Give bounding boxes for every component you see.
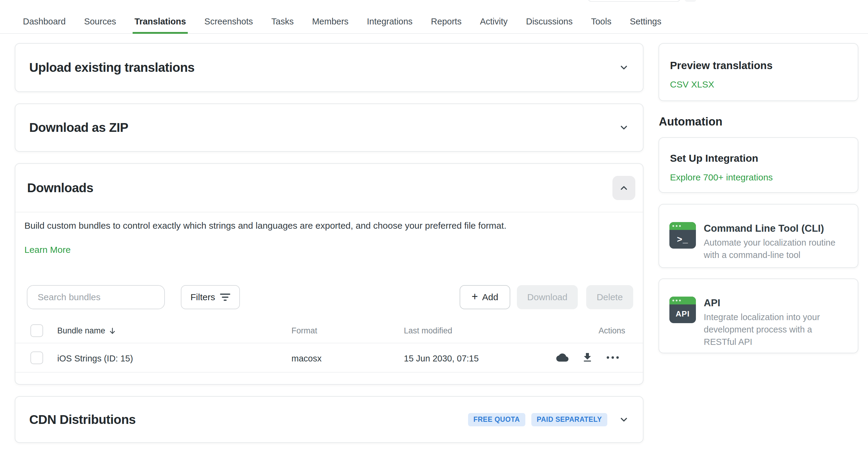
api-icon: API <box>670 296 696 323</box>
filter-lines-icon <box>220 293 230 301</box>
tab-settings[interactable]: Settings <box>628 0 663 34</box>
terminal-icon: >_ <box>670 222 696 249</box>
preview-translations-title: Preview translations <box>670 59 772 71</box>
chevron-down-icon[interactable] <box>619 414 629 425</box>
upload-translations-title: Upload existing translations <box>29 60 194 75</box>
downloads-card: Downloads Build custom bundles to contro… <box>15 163 644 385</box>
chevron-down-icon[interactable] <box>619 122 629 133</box>
cli-description: Automate your localization routine with … <box>704 236 845 261</box>
plus-icon: + <box>472 291 478 302</box>
bundle-name-header-label: Bundle name <box>57 326 105 336</box>
last-modified-cell: 15 Jun 2030, 07:15 <box>404 353 478 364</box>
download-zip-card[interactable]: Download as ZIP <box>15 104 644 152</box>
filters-button[interactable]: Filters <box>181 285 240 309</box>
bundle-name-cell[interactable]: iOS Strings (ID: 15) <box>57 353 133 364</box>
tab-sources[interactable]: Sources <box>82 0 118 34</box>
cli-card[interactable]: >_ Command Line Tool (CLI) Automate your… <box>658 204 858 268</box>
column-header-actions: Actions <box>598 326 625 336</box>
ellipsis-icon <box>607 356 619 359</box>
preview-csv-link[interactable]: CSV <box>670 79 689 90</box>
automation-heading: Automation <box>659 115 722 128</box>
more-actions-icon[interactable] <box>606 351 619 364</box>
tab-members[interactable]: Members <box>310 0 350 34</box>
upload-translations-card[interactable]: Upload existing translations <box>15 43 644 92</box>
terminal-prompt-glyph: >_ <box>670 230 696 249</box>
tab-tasks[interactable]: Tasks <box>270 0 296 34</box>
chevron-down-icon[interactable] <box>619 62 629 73</box>
tab-tools[interactable]: Tools <box>589 0 613 34</box>
divider <box>16 343 643 343</box>
tab-activity[interactable]: Activity <box>478 0 509 34</box>
download-zip-title: Download as ZIP <box>29 120 128 135</box>
cdn-distributions-card[interactable]: CDN Distributions FREE QUOTA PAID SEPARA… <box>15 396 644 443</box>
tab-screenshots[interactable]: Screenshots <box>203 0 255 34</box>
free-quota-badge: FREE QUOTA <box>468 413 525 426</box>
search-bundles-input[interactable] <box>27 285 165 309</box>
api-title: API <box>704 297 720 309</box>
add-bundle-button[interactable]: + Add <box>460 285 510 309</box>
setup-integration-title: Set Up Integration <box>670 152 758 164</box>
toolbar-button-cutoff <box>685 0 696 2</box>
tab-translations[interactable]: Translations <box>133 0 188 34</box>
tab-reports[interactable]: Reports <box>429 0 464 34</box>
collapse-button[interactable] <box>613 176 635 200</box>
cdn-distributions-title: CDN Distributions <box>29 412 135 427</box>
top-nav: Dashboard Sources Translations Screensho… <box>0 0 868 34</box>
filters-label: Filters <box>190 292 215 302</box>
add-label: Add <box>482 292 498 302</box>
cli-title: Command Line Tool (CLI) <box>704 223 824 234</box>
select-all-checkbox[interactable] <box>30 324 43 337</box>
preview-translations-card: Preview translations CSV XLSX <box>658 43 858 101</box>
learn-more-link[interactable]: Learn More <box>24 245 70 255</box>
paid-separately-badge: PAID SEPARATELY <box>531 413 607 426</box>
row-checkbox[interactable] <box>30 351 43 364</box>
downloads-description: Build custom bundles to control exactly … <box>24 221 621 231</box>
divider <box>16 212 643 212</box>
sort-descending-icon[interactable] <box>108 327 117 335</box>
download-row-icon[interactable] <box>581 351 594 364</box>
api-card[interactable]: API API Integrate localization into your… <box>658 279 858 353</box>
translations-page: Dashboard Sources Translations Screensho… <box>0 0 868 458</box>
setup-integration-card: Set Up Integration Explore 700+ integrat… <box>658 137 858 193</box>
cloud-export-icon[interactable] <box>556 351 569 364</box>
api-glyph: API <box>670 305 696 323</box>
downloads-title: Downloads <box>27 181 93 195</box>
tab-discussions[interactable]: Discussions <box>524 0 575 34</box>
divider <box>16 372 643 373</box>
delete-button[interactable]: Delete <box>586 285 633 309</box>
download-button[interactable]: Download <box>517 285 578 309</box>
column-header-bundle-name[interactable]: Bundle name <box>57 326 117 336</box>
chevron-up-icon <box>619 183 629 193</box>
explore-integrations-link[interactable]: Explore 700+ integrations <box>670 172 773 182</box>
tab-dashboard[interactable]: Dashboard <box>21 0 67 34</box>
tab-integrations[interactable]: Integrations <box>365 0 414 34</box>
column-header-last-modified: Last modified <box>404 326 453 336</box>
api-description: Integrate localization into your develop… <box>704 311 845 348</box>
column-header-format: Format <box>291 326 317 336</box>
format-cell: macosx <box>291 353 321 364</box>
preview-xlsx-link[interactable]: XLSX <box>691 79 714 90</box>
